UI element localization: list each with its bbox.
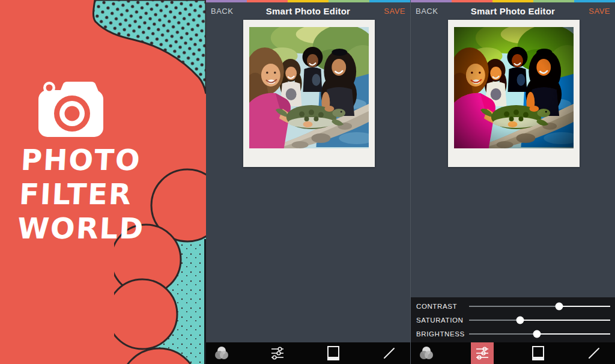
filters-tool-button[interactable]	[210, 342, 233, 364]
brightness-slider[interactable]	[469, 327, 610, 341]
save-button[interactable]: SAVE	[589, 7, 610, 16]
contrast-label: CONTRAST	[416, 303, 469, 310]
slider-track	[469, 320, 610, 321]
polaroid-photo-filtered[interactable]	[448, 20, 580, 167]
header-bar: BACK Smart Photo Editor SAVE	[206, 2, 410, 19]
save-button[interactable]: SAVE	[384, 7, 405, 16]
page-title: Smart Photo Editor	[411, 6, 615, 16]
title-line-3: WORLD	[17, 211, 145, 246]
saturation-label: SATURATION	[416, 317, 469, 324]
filters-tool-button[interactable]	[415, 342, 438, 364]
branding-panel: PHOTO FILTER WORLD	[0, 0, 206, 364]
saturation-slider[interactable]	[469, 313, 610, 327]
header-bar: BACK Smart Photo Editor SAVE	[411, 2, 615, 19]
app-title: PHOTO FILTER WORLD	[17, 143, 149, 246]
page-title: Smart Photo Editor	[206, 6, 410, 16]
adjustments-tool-button[interactable]	[471, 342, 494, 364]
bottom-toolbar	[411, 342, 615, 364]
contrast-slider[interactable]	[469, 299, 610, 313]
editor-screen-filters: BACK Smart Photo Editor SAVE	[206, 0, 410, 364]
slider-thumb[interactable]	[533, 330, 541, 338]
slider-track	[469, 306, 610, 307]
promo-banner: PHOTO FILTER WORLD	[0, 0, 615, 364]
brightness-slider-row: BRIGHTNESS	[411, 327, 615, 341]
vignette-overlay	[454, 27, 574, 148]
frame-icon	[326, 345, 341, 361]
adjustments-panel: CONTRAST SATURATION BRIGHTNESS	[411, 297, 615, 342]
title-line-2: FILTER	[19, 177, 147, 211]
slider-thumb[interactable]	[516, 316, 524, 324]
draw-tool-button[interactable]	[583, 342, 605, 364]
photo-preview-filtered	[454, 27, 574, 148]
brightness-label: BRIGHTNESS	[416, 330, 469, 338]
filters-icon	[419, 345, 434, 361]
draw-icon	[381, 345, 397, 361]
camera-icon	[35, 77, 107, 139]
adjustments-icon	[270, 345, 285, 361]
contrast-slider-row: CONTRAST	[411, 299, 615, 313]
filters-icon	[214, 345, 229, 361]
adjustments-tool-button[interactable]	[266, 342, 289, 364]
frame-tool-button[interactable]	[322, 342, 345, 364]
title-line-1: PHOTO	[20, 143, 148, 177]
editor-screen-adjustments: BACK Smart Photo Editor SAVE CONTRAST SA…	[410, 0, 615, 364]
photo-preview	[249, 27, 369, 148]
draw-tool-button[interactable]	[378, 342, 401, 364]
frame-icon	[530, 345, 546, 361]
frame-tool-button[interactable]	[527, 342, 550, 364]
adjustments-icon	[474, 345, 490, 361]
bottom-toolbar	[206, 342, 410, 364]
slider-thumb[interactable]	[556, 302, 563, 310]
saturation-slider-row: SATURATION	[411, 313, 615, 327]
draw-icon	[586, 345, 602, 361]
polaroid-photo[interactable]	[243, 20, 375, 167]
